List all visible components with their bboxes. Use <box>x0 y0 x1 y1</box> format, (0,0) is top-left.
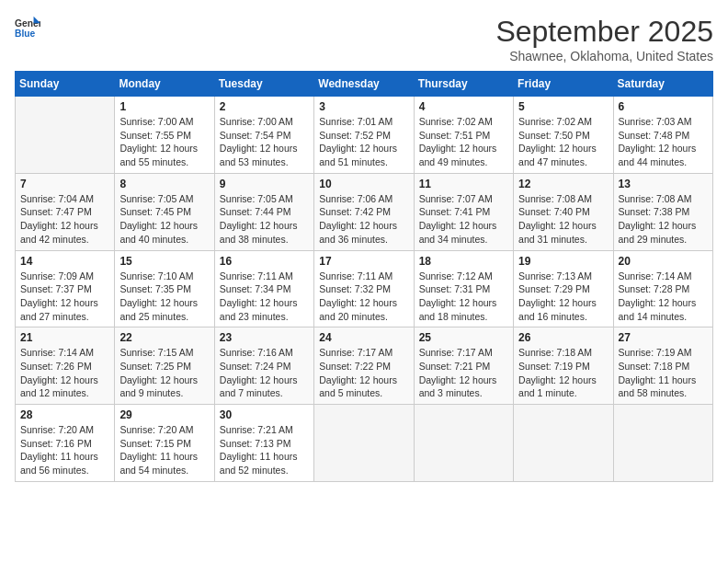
day-number: 8 <box>119 178 209 190</box>
week-row-3: 14Sunrise: 7:09 AMSunset: 7:37 PMDayligh… <box>16 250 713 327</box>
day-number: 25 <box>419 331 508 344</box>
day-number: 27 <box>619 331 708 344</box>
calendar-cell: 19Sunrise: 7:13 AMSunset: 7:29 PMDayligh… <box>514 250 613 327</box>
calendar-body: 1Sunrise: 7:00 AMSunset: 7:55 PMDaylight… <box>16 97 713 482</box>
day-number: 18 <box>419 255 508 268</box>
day-number: 19 <box>518 255 608 268</box>
week-row-4: 21Sunrise: 7:14 AMSunset: 7:26 PMDayligh… <box>16 327 713 405</box>
day-number: 16 <box>220 255 309 268</box>
dow-friday: Friday <box>514 72 613 97</box>
calendar-cell: 3Sunrise: 7:01 AMSunset: 7:52 PMDaylight… <box>314 97 414 174</box>
calendar-cell <box>613 405 712 482</box>
title-block: September 2025 Shawnee, Oklahoma, United… <box>495 15 713 63</box>
week-row-1: 1Sunrise: 7:00 AMSunset: 7:55 PMDaylight… <box>16 97 713 174</box>
day-info: Sunrise: 7:16 AMSunset: 7:24 PMDaylight:… <box>220 346 309 400</box>
day-number: 15 <box>119 255 209 268</box>
day-info: Sunrise: 7:05 AMSunset: 7:45 PMDaylight:… <box>119 192 209 247</box>
day-number: 26 <box>518 331 608 344</box>
day-number: 20 <box>619 255 708 268</box>
calendar-cell: 10Sunrise: 7:06 AMSunset: 7:42 PMDayligh… <box>314 173 414 250</box>
day-info: Sunrise: 7:10 AMSunset: 7:35 PMDaylight:… <box>119 270 209 324</box>
day-number: 17 <box>319 255 408 268</box>
calendar-cell: 5Sunrise: 7:02 AMSunset: 7:50 PMDaylight… <box>514 97 613 174</box>
calendar-cell: 24Sunrise: 7:17 AMSunset: 7:22 PMDayligh… <box>314 327 414 405</box>
day-info: Sunrise: 7:21 AMSunset: 7:13 PMDaylight:… <box>220 423 309 477</box>
day-number: 21 <box>20 331 109 344</box>
calendar-cell: 13Sunrise: 7:08 AMSunset: 7:38 PMDayligh… <box>613 173 712 250</box>
calendar-cell: 14Sunrise: 7:09 AMSunset: 7:37 PMDayligh… <box>16 250 115 327</box>
calendar-cell: 29Sunrise: 7:20 AMSunset: 7:15 PMDayligh… <box>115 405 214 482</box>
dow-sunday: Sunday <box>16 72 115 97</box>
day-info: Sunrise: 7:14 AMSunset: 7:26 PMDaylight:… <box>20 346 109 400</box>
calendar-cell: 22Sunrise: 7:15 AMSunset: 7:25 PMDayligh… <box>115 327 214 405</box>
day-number: 14 <box>20 255 109 268</box>
day-info: Sunrise: 7:19 AMSunset: 7:18 PMDaylight:… <box>619 346 708 400</box>
calendar-cell: 4Sunrise: 7:02 AMSunset: 7:51 PMDaylight… <box>414 97 513 174</box>
dow-thursday: Thursday <box>414 72 513 97</box>
calendar-cell: 30Sunrise: 7:21 AMSunset: 7:13 PMDayligh… <box>214 405 313 482</box>
day-info: Sunrise: 7:15 AMSunset: 7:25 PMDaylight:… <box>119 346 209 400</box>
day-number: 30 <box>220 408 309 421</box>
day-number: 9 <box>220 178 309 190</box>
week-row-5: 28Sunrise: 7:20 AMSunset: 7:16 PMDayligh… <box>16 405 713 482</box>
days-of-week-row: SundayMondayTuesdayWednesdayThursdayFrid… <box>16 72 713 97</box>
day-number: 1 <box>119 100 209 113</box>
day-number: 23 <box>220 331 309 344</box>
subtitle: Shawnee, Oklahoma, United States <box>495 49 713 63</box>
calendar-cell: 27Sunrise: 7:19 AMSunset: 7:18 PMDayligh… <box>613 327 712 405</box>
day-info: Sunrise: 7:11 AMSunset: 7:32 PMDaylight:… <box>319 270 408 324</box>
logo-icon: General Blue <box>15 15 40 40</box>
calendar-cell: 2Sunrise: 7:00 AMSunset: 7:54 PMDaylight… <box>214 97 313 174</box>
calendar-cell: 12Sunrise: 7:08 AMSunset: 7:40 PMDayligh… <box>514 173 613 250</box>
calendar-cell: 15Sunrise: 7:10 AMSunset: 7:35 PMDayligh… <box>115 250 214 327</box>
day-number: 4 <box>419 100 508 113</box>
day-info: Sunrise: 7:06 AMSunset: 7:42 PMDaylight:… <box>319 192 408 247</box>
week-row-2: 7Sunrise: 7:04 AMSunset: 7:47 PMDaylight… <box>16 173 713 250</box>
day-info: Sunrise: 7:20 AMSunset: 7:16 PMDaylight:… <box>20 423 109 477</box>
day-info: Sunrise: 7:00 AMSunset: 7:54 PMDaylight:… <box>220 115 309 169</box>
logo: General Blue <box>15 15 40 40</box>
calendar-cell: 9Sunrise: 7:05 AMSunset: 7:44 PMDaylight… <box>214 173 313 250</box>
day-info: Sunrise: 7:08 AMSunset: 7:38 PMDaylight:… <box>619 192 708 247</box>
dow-saturday: Saturday <box>613 72 712 97</box>
day-info: Sunrise: 7:05 AMSunset: 7:44 PMDaylight:… <box>220 192 309 247</box>
calendar-cell: 8Sunrise: 7:05 AMSunset: 7:45 PMDaylight… <box>115 173 214 250</box>
calendar-cell <box>514 405 613 482</box>
calendar-cell: 18Sunrise: 7:12 AMSunset: 7:31 PMDayligh… <box>414 250 513 327</box>
calendar-cell: 28Sunrise: 7:20 AMSunset: 7:16 PMDayligh… <box>16 405 115 482</box>
calendar-cell: 25Sunrise: 7:17 AMSunset: 7:21 PMDayligh… <box>414 327 513 405</box>
dow-wednesday: Wednesday <box>314 72 414 97</box>
day-info: Sunrise: 7:11 AMSunset: 7:34 PMDaylight:… <box>220 270 309 324</box>
day-info: Sunrise: 7:18 AMSunset: 7:19 PMDaylight:… <box>518 346 608 400</box>
day-number: 7 <box>20 178 109 190</box>
day-info: Sunrise: 7:09 AMSunset: 7:37 PMDaylight:… <box>20 270 109 324</box>
day-number: 12 <box>518 178 608 190</box>
day-number: 22 <box>119 331 209 344</box>
day-info: Sunrise: 7:01 AMSunset: 7:52 PMDaylight:… <box>319 115 408 169</box>
day-info: Sunrise: 7:03 AMSunset: 7:48 PMDaylight:… <box>619 115 708 169</box>
month-title: September 2025 <box>495 15 713 49</box>
day-info: Sunrise: 7:17 AMSunset: 7:22 PMDaylight:… <box>319 346 408 400</box>
day-info: Sunrise: 7:07 AMSunset: 7:41 PMDaylight:… <box>419 192 508 247</box>
day-info: Sunrise: 7:08 AMSunset: 7:40 PMDaylight:… <box>518 192 608 247</box>
day-number: 11 <box>419 178 508 190</box>
calendar-cell: 1Sunrise: 7:00 AMSunset: 7:55 PMDaylight… <box>115 97 214 174</box>
day-number: 3 <box>319 100 408 113</box>
calendar-cell: 20Sunrise: 7:14 AMSunset: 7:28 PMDayligh… <box>613 250 712 327</box>
day-info: Sunrise: 7:14 AMSunset: 7:28 PMDaylight:… <box>619 270 708 324</box>
calendar-table: SundayMondayTuesdayWednesdayThursdayFrid… <box>15 71 713 482</box>
calendar-cell: 11Sunrise: 7:07 AMSunset: 7:41 PMDayligh… <box>414 173 513 250</box>
calendar-cell: 6Sunrise: 7:03 AMSunset: 7:48 PMDaylight… <box>613 97 712 174</box>
day-number: 28 <box>20 408 109 421</box>
day-info: Sunrise: 7:02 AMSunset: 7:50 PMDaylight:… <box>518 115 608 169</box>
day-info: Sunrise: 7:17 AMSunset: 7:21 PMDaylight:… <box>419 346 508 400</box>
calendar-cell <box>314 405 414 482</box>
day-info: Sunrise: 7:13 AMSunset: 7:29 PMDaylight:… <box>518 270 608 324</box>
day-number: 24 <box>319 331 408 344</box>
day-number: 5 <box>518 100 608 113</box>
calendar-cell <box>16 97 115 174</box>
day-number: 10 <box>319 178 408 190</box>
day-info: Sunrise: 7:20 AMSunset: 7:15 PMDaylight:… <box>119 423 209 477</box>
calendar-cell: 21Sunrise: 7:14 AMSunset: 7:26 PMDayligh… <box>16 327 115 405</box>
svg-text:Blue: Blue <box>15 29 36 39</box>
